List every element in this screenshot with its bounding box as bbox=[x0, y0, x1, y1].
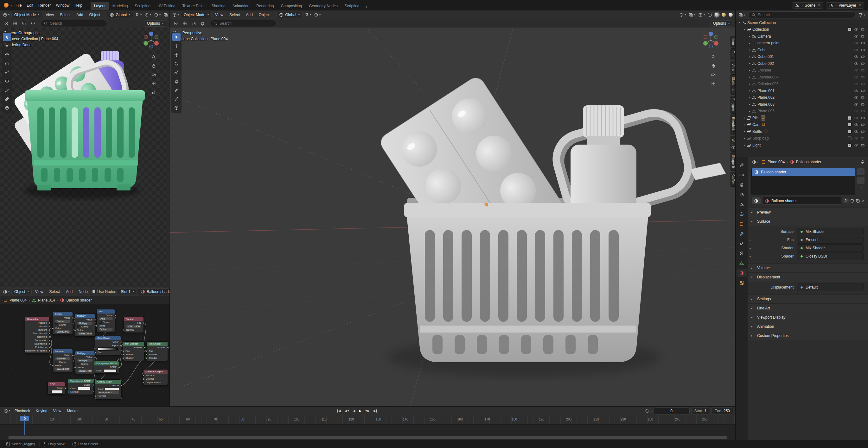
shading-wireframe-button[interactable] bbox=[707, 12, 713, 18]
outliner-row[interactable]: ▸Cube bbox=[736, 46, 868, 54]
timeline-menu-keying[interactable]: Keying bbox=[33, 408, 50, 414]
jump-start-button[interactable]: ◀ bbox=[336, 409, 342, 413]
node-socket[interactable] bbox=[49, 325, 50, 328]
disable-render-toggle[interactable] bbox=[861, 34, 865, 39]
properties-tab-constraints[interactable] bbox=[737, 249, 747, 257]
sidebar-tab-shapeit[interactable]: Shape-It bbox=[731, 152, 736, 171]
properties-tab-physics[interactable] bbox=[737, 240, 747, 247]
node-socket[interactable] bbox=[94, 395, 96, 397]
hide-viewport-toggle[interactable] bbox=[854, 89, 859, 93]
node-value-field[interactable]: Value2.000 bbox=[55, 368, 70, 371]
hide-viewport-toggle[interactable] bbox=[854, 27, 859, 32]
menu-window[interactable]: Window bbox=[53, 2, 72, 8]
outliner-row[interactable]: ▸Pills✓ bbox=[736, 114, 868, 122]
outliner-row[interactable]: ▸Bottle✓ bbox=[736, 128, 868, 135]
node-socket[interactable] bbox=[49, 343, 50, 345]
shader-node[interactable]: Transparent BSDFBSDFColor bbox=[94, 361, 119, 374]
workspace-tab-uv-editing[interactable]: UV Editing bbox=[154, 2, 179, 10]
node-value-field[interactable]: Value1.440 bbox=[77, 370, 93, 372]
properties-tab-world[interactable] bbox=[737, 210, 747, 218]
property-value-button[interactable]: Fresnel bbox=[797, 236, 864, 244]
properties-tab-render[interactable] bbox=[737, 171, 747, 179]
hide-viewport-toggle[interactable] bbox=[854, 129, 859, 134]
tool-scale-button[interactable] bbox=[3, 68, 11, 76]
hide-viewport-toggle[interactable] bbox=[854, 136, 859, 140]
node-checkbox[interactable] bbox=[55, 323, 58, 326]
transform-orientation-dropdown[interactable]: Global▾ bbox=[276, 12, 303, 18]
disable-render-toggle[interactable] bbox=[861, 95, 865, 100]
hide-viewport-toggle[interactable] bbox=[854, 82, 859, 86]
editor-type-button[interactable]: ▾ bbox=[2, 289, 10, 295]
mode-dropdown[interactable]: Object Mode▾ bbox=[11, 12, 42, 18]
shading-rendered-button[interactable] bbox=[728, 12, 734, 18]
viewlayer-selector[interactable]: ▾ ViewLayer × bbox=[826, 2, 864, 8]
workspace-tab-modeling[interactable]: Modeling bbox=[109, 2, 131, 10]
tool-measure-button[interactable] bbox=[172, 95, 181, 103]
hide-viewport-toggle[interactable] bbox=[854, 143, 859, 147]
disclosure-arrow[interactable]: ▸ bbox=[748, 96, 752, 99]
new-material-icon[interactable] bbox=[856, 199, 860, 203]
outliner-row[interactable]: ▾Scene Collection bbox=[736, 19, 868, 26]
hide-viewport-toggle[interactable] bbox=[854, 75, 859, 79]
breadcrumb-object[interactable]: Plane.004 bbox=[768, 160, 785, 164]
menu-file[interactable]: File bbox=[13, 2, 24, 8]
zoom-view-button[interactable] bbox=[710, 54, 717, 60]
outliner-row[interactable]: ▸Plane.002 bbox=[736, 94, 868, 101]
node-socket[interactable] bbox=[143, 375, 145, 377]
pan-view-button[interactable] bbox=[151, 63, 157, 69]
node-socket[interactable] bbox=[143, 382, 145, 383]
collection-checkbox[interactable] bbox=[848, 136, 851, 140]
disclosure-arrow[interactable]: ▸ bbox=[743, 137, 747, 140]
tool-options-3-button[interactable] bbox=[21, 21, 27, 26]
lock-view-button[interactable] bbox=[151, 90, 157, 95]
collection-checkbox[interactable]: ✓ bbox=[848, 116, 851, 120]
outliner-row[interactable]: ▸Plane.003 bbox=[736, 101, 868, 108]
menu-node[interactable]: Node bbox=[76, 288, 90, 295]
sidebar-tab-sketchfab[interactable]: Sketchfab bbox=[731, 74, 736, 95]
timeline-scrollbar[interactable] bbox=[8, 436, 727, 439]
editor-type-button[interactable]: ▾ bbox=[751, 159, 760, 165]
render-view-canvas[interactable]: Camera Orthographic (0) Scene Collection… bbox=[0, 28, 169, 287]
outliner-row[interactable]: ▸Camera bbox=[736, 33, 868, 40]
viewlayer-clear-icon[interactable]: × bbox=[858, 3, 862, 8]
material-users-count[interactable]: 2 bbox=[843, 198, 849, 203]
property-value-button[interactable]: Glossy BSDF bbox=[797, 252, 864, 260]
outliner-search[interactable] bbox=[748, 11, 855, 19]
camera-view-button[interactable] bbox=[710, 72, 717, 77]
fake-user-icon[interactable] bbox=[850, 199, 855, 203]
viewport-search[interactable] bbox=[210, 20, 277, 27]
outliner-row[interactable]: ▸Cart✓ bbox=[736, 122, 868, 129]
toggle-perspective-button[interactable] bbox=[710, 81, 717, 87]
collection-checkbox[interactable]: ✓ bbox=[848, 130, 851, 134]
disable-render-toggle[interactable] bbox=[861, 61, 865, 66]
auto-keying-toggle[interactable] bbox=[645, 409, 648, 413]
properties-tab-object[interactable] bbox=[737, 220, 747, 228]
node-socket[interactable] bbox=[52, 328, 54, 330]
node-color-swatch[interactable] bbox=[78, 387, 91, 390]
mode-dropdown[interactable]: Object Mode▾ bbox=[181, 12, 212, 18]
socket-disclosure-arrow[interactable]: ▸ bbox=[748, 247, 753, 250]
section-header[interactable]: ▸Line Art bbox=[748, 304, 868, 313]
node-socket[interactable] bbox=[114, 314, 116, 316]
viewport-search[interactable] bbox=[40, 20, 107, 27]
timeline-menu-marker[interactable]: Marker bbox=[64, 408, 81, 414]
properties-tab-tool[interactable] bbox=[737, 161, 747, 169]
toggle-perspective-button[interactable] bbox=[151, 81, 157, 87]
navigation-gizmo[interactable] bbox=[701, 30, 721, 50]
node-value-field[interactable]: Divide bbox=[55, 320, 70, 323]
breadcrumb-mesh[interactable]: Plane.014 bbox=[38, 298, 55, 303]
shader-type-dropdown[interactable]: Object▾ bbox=[11, 288, 32, 295]
properties-tab-view-layer[interactable] bbox=[737, 191, 747, 198]
node-checkbox[interactable] bbox=[99, 321, 102, 324]
node-value-field[interactable]: Subtract bbox=[55, 357, 70, 360]
hide-viewport-toggle[interactable] bbox=[854, 95, 859, 100]
outliner-row[interactable]: ▸Cube.001 bbox=[736, 54, 868, 61]
shader-node[interactable]: MultiplyValueMultiplyClampValueValue1.00… bbox=[75, 314, 95, 337]
workspace-tab-texture-paint[interactable]: Texture Paint bbox=[179, 2, 208, 10]
unlink-material-icon[interactable]: × bbox=[861, 199, 865, 203]
node-socket[interactable] bbox=[122, 354, 124, 356]
options-dropdown[interactable]: Options▾ bbox=[710, 20, 733, 27]
pin-icon[interactable] bbox=[860, 160, 865, 164]
current-frame-field[interactable]: 0 bbox=[654, 408, 690, 414]
node-socket[interactable] bbox=[120, 345, 122, 346]
